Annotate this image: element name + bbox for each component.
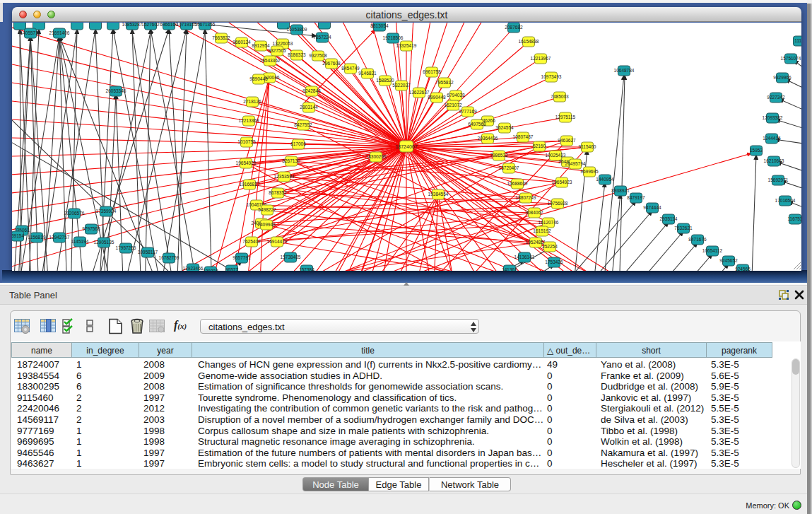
svg-text:9890448: 9890448: [249, 76, 268, 81]
svg-text:1010755: 1010755: [237, 139, 256, 144]
svg-text:9242848: 9242848: [302, 88, 321, 93]
svg-text:5322037: 5322037: [392, 83, 411, 88]
svg-text:8186323: 8186323: [288, 52, 306, 57]
svg-text:17016504: 17016504: [775, 198, 796, 203]
svg-text:9084067: 9084067: [525, 210, 543, 215]
svg-text:12923466: 12923466: [183, 266, 204, 271]
svg-text:1615192: 1615192: [533, 228, 551, 233]
svg-text:1244415: 1244415: [763, 136, 781, 141]
svg-text:13622637: 13622637: [409, 90, 430, 95]
svg-text:2803144: 2803144: [300, 105, 318, 110]
svg-text:16053809: 16053809: [287, 27, 307, 32]
svg-text:20206576: 20206576: [64, 211, 85, 216]
svg-text:96577: 96577: [225, 267, 238, 271]
svg-text:16154838: 16154838: [519, 39, 539, 44]
svg-text:12353594: 12353594: [274, 174, 295, 179]
svg-text:8813054: 8813054: [370, 23, 389, 28]
svg-text:10958117: 10958117: [138, 250, 158, 255]
svg-text:12942757: 12942757: [49, 235, 70, 240]
svg-text:9245652: 9245652: [719, 258, 738, 263]
svg-text:19218506: 19218506: [383, 35, 404, 40]
svg-text:6961758: 6961758: [423, 69, 441, 74]
svg-text:924565: 924565: [735, 267, 751, 271]
svg-text:2935114: 2935114: [660, 216, 678, 221]
svg-text:1156819: 1156819: [28, 235, 46, 240]
svg-text:15720407: 15720407: [499, 165, 519, 170]
svg-text:19384554: 19384554: [428, 192, 449, 197]
svg-text:9115460: 9115460: [579, 144, 596, 149]
svg-text:7485003: 7485003: [551, 94, 569, 99]
svg-text:18300295: 18300295: [366, 154, 387, 159]
svg-text:19756928: 19756928: [548, 201, 568, 206]
svg-text:14055713: 14055713: [20, 30, 41, 35]
svg-text:10853287: 10853287: [122, 23, 143, 27]
svg-text:8454749: 8454749: [341, 66, 360, 71]
svg-text:15692971: 15692971: [768, 177, 789, 182]
svg-text:19654925: 19654925: [236, 160, 257, 165]
svg-text:1588520: 1588520: [376, 78, 394, 83]
svg-text:7625402: 7625402: [242, 239, 261, 244]
svg-text:252254: 252254: [542, 244, 558, 249]
svg-text:9327505: 9327505: [268, 48, 286, 53]
svg-text:10719155: 10719155: [177, 23, 197, 27]
svg-text:1117: 1117: [794, 38, 801, 43]
svg-text:2718126: 2718126: [243, 99, 261, 104]
svg-text:8479197: 8479197: [627, 195, 645, 200]
svg-text:7986532: 7986532: [490, 153, 508, 158]
svg-text:9146821: 9146821: [358, 71, 377, 76]
svg-text:9227342: 9227342: [767, 95, 785, 100]
svg-text:7663822: 7663822: [212, 35, 230, 40]
svg-text:8938921: 8938921: [611, 188, 630, 193]
svg-text:9657791: 9657791: [233, 255, 251, 260]
svg-text:16120746: 16120746: [539, 220, 559, 225]
svg-text:6497568: 6497568: [468, 122, 486, 127]
svg-text:6794028: 6794028: [447, 93, 465, 98]
svg-text:5498222: 5498222: [258, 207, 276, 212]
svg-text:3624554: 3624554: [495, 125, 514, 130]
svg-text:7955812: 7955812: [435, 80, 454, 85]
svg-text:15751074: 15751074: [781, 56, 801, 61]
svg-text:18807249: 18807249: [516, 195, 536, 200]
svg-text:16543362: 16543362: [260, 58, 281, 63]
svg-text:1621072: 1621072: [444, 103, 462, 107]
svg-text:16782759: 16782759: [159, 255, 180, 260]
svg-text:17359924: 17359924: [96, 209, 117, 214]
svg-text:10648784: 10648784: [614, 68, 635, 73]
svg-text:16914479: 16914479: [267, 239, 288, 244]
svg-text:19654923: 19654923: [552, 180, 572, 185]
svg-text:62160: 62160: [533, 144, 546, 148]
svg-text:8990448: 8990448: [428, 95, 446, 100]
svg-text:9329966: 9329966: [773, 75, 792, 80]
svg-text:26053346: 26053346: [106, 88, 126, 93]
svg-text:20364436: 20364436: [478, 136, 498, 141]
svg-text:12975115: 12975115: [555, 115, 576, 119]
svg-text:15953: 15953: [750, 148, 763, 153]
svg-text:8471676: 8471676: [688, 237, 707, 242]
svg-text:617006: 617006: [290, 141, 306, 146]
svg-text:39154: 39154: [12, 233, 24, 238]
svg-text:14136141: 14136141: [514, 255, 535, 259]
svg-text:1753426: 1753426: [545, 259, 563, 264]
svg-text:7857224: 7857224: [313, 35, 331, 40]
svg-text:9327508: 9327508: [309, 53, 327, 58]
svg-text:13325419: 13325419: [396, 43, 417, 48]
svg-text:141361: 141361: [502, 267, 517, 271]
svg-text:19166827: 19166827: [240, 182, 260, 187]
svg-text:129234: 129234: [203, 269, 218, 271]
svg-text:9660124: 9660124: [233, 40, 251, 45]
svg-text:10807487: 10807487: [513, 134, 534, 139]
svg-text:9474444: 9474444: [643, 205, 661, 210]
svg-text:8678352: 8678352: [269, 190, 287, 195]
svg-text:9699695: 9699695: [580, 169, 599, 174]
svg-text:2967608: 2967608: [322, 61, 341, 66]
svg-text:12213967: 12213967: [531, 56, 551, 61]
svg-text:116753: 116753: [787, 216, 801, 221]
svg-text:6966160: 6966160: [160, 23, 178, 27]
svg-text:8912954: 8912954: [252, 43, 270, 48]
svg-text:12093382: 12093382: [763, 115, 783, 120]
svg-text:10671355: 10671355: [195, 23, 216, 27]
svg-text:1527602: 1527602: [141, 23, 160, 27]
svg-text:13226053: 13226053: [273, 41, 293, 46]
svg-text:9797568: 9797568: [82, 226, 100, 231]
svg-text:8267130: 8267130: [282, 158, 300, 163]
